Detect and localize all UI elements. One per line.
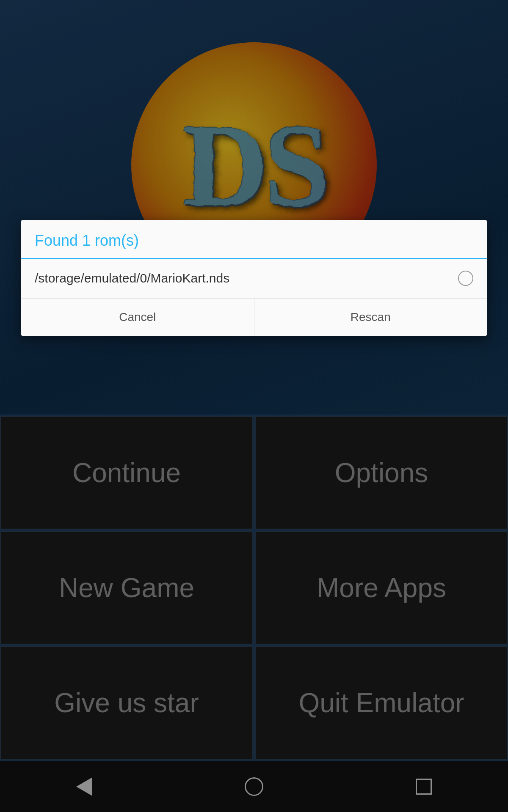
dialog-actions: Cancel Rescan [21,298,487,336]
rom-dialog: Found 1 rom(s) /storage/emulated/0/Mario… [21,220,487,336]
rescan-button[interactable]: Rescan [254,299,487,336]
cancel-button[interactable]: Cancel [21,299,254,336]
dialog-title: Found 1 rom(s) [35,232,473,250]
dialog-content: /storage/emulated/0/MarioKart.nds [21,259,487,298]
dialog-title-area: Found 1 rom(s) [21,220,487,259]
file-path-text: /storage/emulated/0/MarioKart.nds [35,271,451,285]
dialog-overlay [0,0,508,812]
rom-radio-button[interactable] [458,271,473,286]
